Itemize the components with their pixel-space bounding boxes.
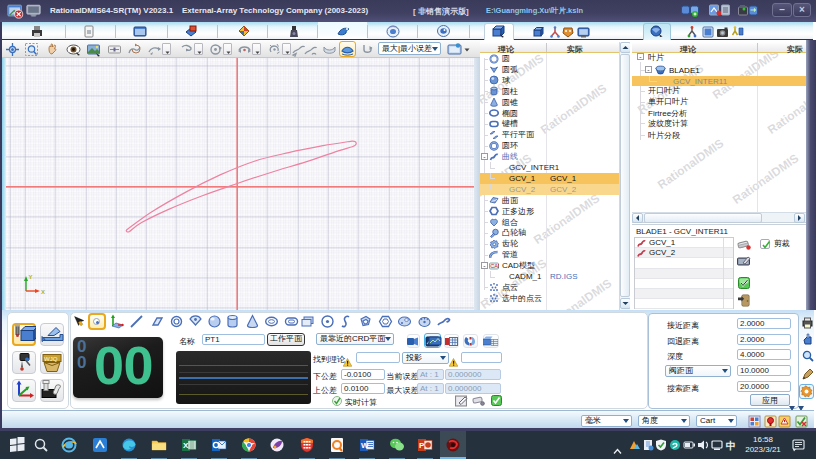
- svg-text:X: X: [41, 289, 45, 295]
- svg-text:CAD: CAD: [490, 263, 499, 269]
- svg-text:W: W: [361, 441, 369, 450]
- svg-text:Y: Y: [29, 274, 33, 280]
- svg-text:P: P: [419, 441, 425, 450]
- svg-text:WJQ: WJQ: [44, 356, 58, 362]
- svg-text:X: X: [183, 441, 189, 450]
